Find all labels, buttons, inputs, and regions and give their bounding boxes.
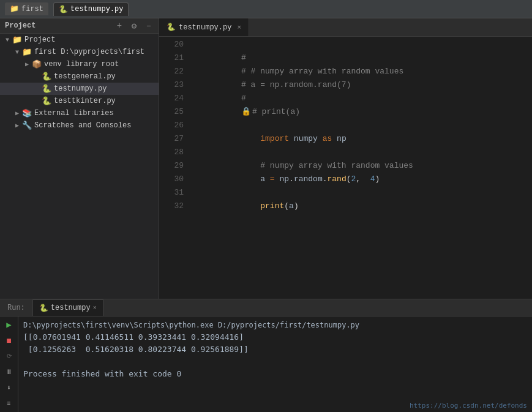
main-area: Project + ⚙ – ▼ 📁 Project ▼ 📁 first D:\p… [0,18,532,299]
run-rerun-button[interactable]: ⟳ [3,350,15,362]
editor-tab-testnumpy[interactable]: 🐍 testnumpy.py × [159,18,249,36]
arrow-icon: ▶ [12,122,22,129]
run-wrap-button[interactable]: ≡ [3,397,15,410]
output-blank [23,356,527,368]
tab-close-button[interactable]: × [237,24,241,31]
code-line-32 [193,200,532,213]
sidebar-item-testkinter[interactable]: 🐍 testtkinter.py [0,95,159,107]
run-controls: ▶ ■ ⟳ ⏸ ⬇ ≡ [0,316,18,412]
sidebar-item-venv-label: venv library root [44,60,119,69]
editor-area: 🐍 testnumpy.py × 20 21 22 23 24 25 26 27… [159,18,532,299]
bottom-tab-close[interactable]: × [93,305,97,312]
editor-tabs: 🐍 testnumpy.py × [159,18,532,37]
bottom-panel: Run: 🐍 testnumpy × ▶ ■ ⟳ ⏸ ⬇ ≡ D:\pyproj… [0,299,532,412]
output-exit-line: Process finished with exit code 0 [23,368,527,380]
bottom-tab-testnumpy[interactable]: 🐍 testnumpy × [32,299,103,316]
title-tab-first[interactable]: 📁 first [5,2,48,15]
title-tab-testnumpy[interactable]: 🐍 testnumpy.py [53,2,129,16]
output-result-1: [[0.07601941 0.41146511 0.39323441 0.320… [23,331,527,343]
sidebar-item-testgeneral[interactable]: 🐍 testgeneral.py [0,70,159,83]
tab-label: testnumpy.py [179,23,231,32]
sidebar-item-scratches-label: Scratches and Consoles [34,121,131,130]
run-stop-button[interactable]: ■ [3,335,15,347]
code-line-31: print(a) [193,186,532,200]
code-line-26: import numpy as np [193,119,532,132]
arrow-icon: ▼ [2,37,12,43]
tab-py-icon: 🐍 [167,23,176,32]
code-content[interactable]: # # # numpy array with random values # a… [189,37,532,299]
run-scroll-button[interactable]: ⬇ [3,382,15,394]
line-numbers: 20 21 22 23 24 25 26 27 28 29 30 31 32 [159,37,189,299]
venv-icon: 📦 [32,59,42,69]
extlibs-icon: 📚 [22,108,32,118]
sidebar-toolbar: Project + ⚙ – [0,18,159,34]
sidebar-item-testnumpy[interactable]: 🐍 testnumpy.py [0,83,159,95]
sidebar-item-testkinter-label: testtkinter.py [54,97,116,105]
code-line-29: a = np.random.rand(2, 4) [193,159,532,173]
watermark: https://blog.csdn.net/defonds [410,402,527,410]
code-editor[interactable]: 20 21 22 23 24 25 26 27 28 29 30 31 32 # [159,37,532,299]
bottom-tabs: Run: 🐍 testnumpy × [0,299,532,316]
output-result-2: [0.1256263 0.51620318 0.80223744 0.92561… [23,343,527,356]
settings-icon[interactable]: ⚙ [129,21,139,31]
code-line-21: # # numpy array with random values [193,51,532,65]
title-testnumpy-label: testnumpy.py [70,5,123,13]
sidebar-item-scratches[interactable]: ▶ 🔧 Scratches and Consoles [0,119,159,132]
code-line-22: # a = np.random.rand(7) [193,65,532,78]
sidebar-item-label: Project [24,36,55,44]
sidebar-item-extlibs-label: External Libraries [34,109,114,118]
bottom-content: ▶ ■ ⟳ ⏸ ⬇ ≡ D:\pyprojects\first\venv\Scr… [0,316,532,412]
python-icon: 🐍 [59,5,68,14]
sidebar-item-testgeneral-label: testgeneral.py [54,72,116,81]
sidebar-item-first[interactable]: ▼ 📁 first D:\pyprojects\first [0,46,159,58]
bottom-tab-label: testnumpy [51,304,91,312]
sidebar-item-first-label: first D:\pyprojects\first [34,48,144,56]
code-line-27 [193,132,532,146]
first-folder-icon: 📁 [22,47,32,57]
sidebar-title: Project [5,21,110,30]
sidebar-item-extlibs[interactable]: ▶ 📚 External Libraries [0,107,159,119]
code-line-20: # [193,38,532,51]
code-line-25 [193,105,532,119]
run-label: Run: [2,304,30,312]
sidebar-item-testnumpy-label: testnumpy.py [54,84,107,93]
title-bar: 📁 first 🐍 testnumpy.py [0,0,532,18]
run-pause-button[interactable]: ⏸ [3,366,15,378]
run-tab-icon: 🐍 [39,304,48,313]
output-cmd-line: D:\pyprojects\first\venv\Scripts\python.… [23,319,527,331]
project-folder-icon: 📁 [12,35,22,45]
code-line-30 [193,173,532,186]
py-icon-testgeneral: 🐍 [42,72,51,81]
scratches-icon: 🔧 [22,121,32,130]
code-line-28: # numpy array with random values [193,146,532,159]
py-icon-testkinter: 🐍 [42,96,51,106]
code-line-24: 🔒# print(a) [193,92,532,105]
minimize-icon[interactable]: – [144,21,154,31]
sidebar-item-venv[interactable]: ▶ 📦 venv library root [0,58,159,70]
code-line-23: # [193,78,532,92]
arrow-icon: ▶ [22,61,32,68]
title-first-label: first [21,5,43,13]
py-icon-testnumpy: 🐍 [42,84,51,94]
folder-icon: 📁 [10,4,19,13]
sidebar-item-project[interactable]: ▼ 📁 Project [0,34,159,46]
output-area: D:\pyprojects\first\venv\Scripts\python.… [18,316,532,412]
arrow-icon: ▶ [12,110,22,117]
run-play-button[interactable]: ▶ [3,319,15,331]
arrow-icon: ▼ [12,49,22,56]
add-content-icon[interactable]: + [114,21,124,31]
sidebar: Project + ⚙ – ▼ 📁 Project ▼ 📁 first D:\p… [0,18,159,299]
